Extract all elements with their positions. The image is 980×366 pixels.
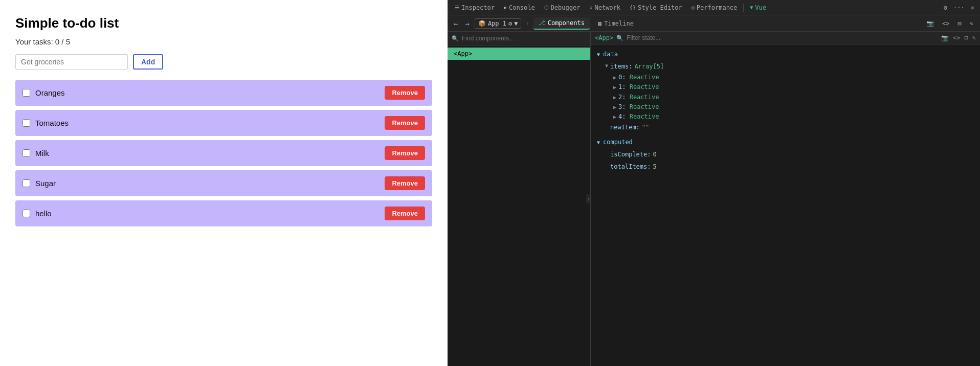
new-item-key: newItem:: [610, 123, 640, 132]
components-icon: ⎇: [539, 19, 545, 26]
todo-label: hello: [35, 209, 52, 218]
remove-button[interactable]: Remove: [385, 176, 425, 190]
item-index-key: 2:: [618, 94, 626, 101]
todo-item-left: Sugar: [23, 179, 56, 188]
back-arrow[interactable]: ←: [452, 18, 460, 29]
item-expand-icon[interactable]: ▶: [613, 95, 616, 100]
app-selector[interactable]: 📦 App 1 ⚙ ▼: [475, 18, 522, 29]
is-complete-row: ▶ isComplete: 0: [597, 149, 974, 161]
todo-item: Milk Remove: [15, 140, 432, 166]
todo-item: hello Remove: [15, 200, 432, 226]
chevron-down-icon: ▼: [514, 20, 518, 27]
item-expand-icon[interactable]: ▶: [613, 75, 616, 80]
debugger-icon: ⬡: [544, 5, 549, 10]
screenshot-icon[interactable]: 📷: [924, 18, 937, 29]
inspector-content: ▼ data ▼ items: Array[5] ▶0: Reactive▶1:…: [591, 44, 980, 366]
total-items-key: totalItems:: [610, 162, 651, 172]
close-icon[interactable]: ✕: [968, 3, 977, 13]
find-components-input[interactable]: [462, 35, 586, 42]
inspector-pane: <App> 🔍 📷 <> ⊟ ✎ ▼ data ▼: [591, 32, 980, 366]
todo-label: Milk: [35, 149, 49, 157]
item-index-key: 3:: [618, 103, 626, 110]
item-reactive-value: Reactive: [630, 74, 659, 81]
tree-item-app[interactable]: <App>: [448, 48, 590, 60]
is-complete-value: 0: [653, 150, 657, 159]
todo-item: Tomatoes Remove: [15, 110, 432, 136]
tree-item-label: <App>: [454, 50, 472, 57]
more-icon[interactable]: ···: [951, 3, 967, 13]
todo-label: Sugar: [35, 179, 56, 188]
performance-icon: ◎: [692, 5, 695, 10]
timeline-icon: ▦: [598, 20, 602, 27]
item-reactive-row: ▶4: Reactive: [597, 112, 974, 122]
layout-state-icon[interactable]: ⊟: [965, 34, 968, 41]
edit-icon[interactable]: ✎: [967, 18, 976, 29]
code-icon[interactable]: <>: [940, 18, 952, 29]
is-complete-key: isComplete:: [610, 150, 651, 159]
remove-button[interactable]: Remove: [385, 207, 425, 220]
total-items-row: ▶ totalItems: 5: [597, 161, 974, 173]
filter-state-input[interactable]: [627, 34, 938, 41]
todo-checkbox[interactable]: [23, 89, 30, 97]
add-button[interactable]: Add: [133, 54, 163, 70]
todo-checkbox[interactable]: [23, 149, 30, 157]
data-section-arrow[interactable]: ▼: [597, 52, 600, 57]
data-section-header: ▼ data: [597, 51, 974, 58]
items-nested: ▶0: Reactive▶1: Reactive▶2: Reactive▶3: …: [597, 73, 974, 122]
search-bar: 🔍: [448, 32, 590, 45]
edit-state-icon[interactable]: 📷: [941, 34, 949, 41]
item-reactive-value: Reactive: [630, 83, 659, 90]
settings-icon[interactable]: ⚙: [941, 3, 950, 13]
new-item-row: ▶ newItem: "": [597, 122, 974, 133]
todo-app-panel: Simple to-do list Your tasks: 0 / 5 Add …: [0, 0, 448, 366]
todo-checkbox[interactable]: [23, 210, 30, 217]
devtools-main: 🔍 <App> › <App> 🔍 📷 <> ⊟ ✎: [448, 32, 980, 366]
todo-list: Oranges Remove Tomatoes Remove Milk Remo…: [15, 80, 432, 226]
tab-components[interactable]: ⎇ Components: [533, 17, 590, 30]
tab-vue[interactable]: ▼ Vue: [746, 2, 770, 13]
tree-collapse-handle[interactable]: ›: [586, 194, 591, 204]
todo-item-left: hello: [23, 209, 52, 218]
remove-button[interactable]: Remove: [385, 146, 425, 160]
open-icon[interactable]: ✎: [972, 34, 976, 41]
items-expand-icon[interactable]: ▼: [605, 62, 608, 70]
todo-checkbox[interactable]: [23, 119, 30, 127]
item-index-key: 1:: [618, 83, 626, 90]
new-item-input[interactable]: [15, 54, 128, 70]
tab-network[interactable]: ↕ Network: [585, 2, 625, 13]
tab-inspector[interactable]: ☰ Inspector: [451, 2, 499, 13]
devtools-panel: ☰ Inspector ▶ Console ⬡ Debugger ↕ Netwo…: [448, 0, 980, 366]
total-items-value: 5: [653, 162, 657, 172]
computed-section-arrow[interactable]: ▼: [597, 140, 600, 145]
new-item-value: "": [642, 123, 649, 132]
network-icon: ↕: [589, 5, 592, 10]
forward-arrow[interactable]: →: [463, 18, 471, 29]
item-reactive-row: ▶2: Reactive: [597, 93, 974, 102]
tab-performance[interactable]: ◎ Performance: [687, 2, 742, 13]
remove-button[interactable]: Remove: [385, 86, 425, 100]
console-icon: ▶: [504, 5, 507, 10]
item-expand-icon[interactable]: ▶: [613, 104, 616, 110]
inspector-icons: 📷 <> ⊟ ✎: [941, 34, 976, 41]
tab-style-editor[interactable]: {} Style Editor: [626, 2, 686, 13]
app-tag[interactable]: <App>: [595, 34, 613, 41]
gear-icon: ⚙: [508, 20, 512, 27]
inspector-icon: ☰: [455, 5, 459, 10]
item-reactive-row: ▶0: Reactive: [597, 73, 974, 82]
tab-console[interactable]: ▶ Console: [500, 2, 539, 13]
tab-debugger[interactable]: ⬡ Debugger: [540, 2, 585, 13]
item-expand-icon[interactable]: ▶: [613, 84, 616, 90]
remove-button[interactable]: Remove: [385, 116, 425, 130]
item-reactive-value: Reactive: [630, 113, 659, 120]
layout-icon[interactable]: ⊟: [955, 18, 964, 29]
devtools-sub-toolbar: ← → 📦 App 1 ⚙ ▼ › ⎇ Components ▦ Timelin…: [448, 15, 980, 32]
tab-timeline[interactable]: ▦ Timeline: [593, 18, 639, 29]
todo-item-left: Milk: [23, 149, 49, 157]
devtools-toolbar: ☰ Inspector ▶ Console ⬡ Debugger ↕ Netwo…: [448, 0, 980, 15]
items-value: Array[5]: [634, 62, 664, 72]
item-expand-icon[interactable]: ▶: [613, 114, 616, 120]
code-state-icon[interactable]: <>: [953, 34, 960, 41]
todo-checkbox[interactable]: [23, 179, 30, 187]
filter-icon: 🔍: [616, 35, 623, 41]
search-icon: 🔍: [452, 35, 459, 42]
